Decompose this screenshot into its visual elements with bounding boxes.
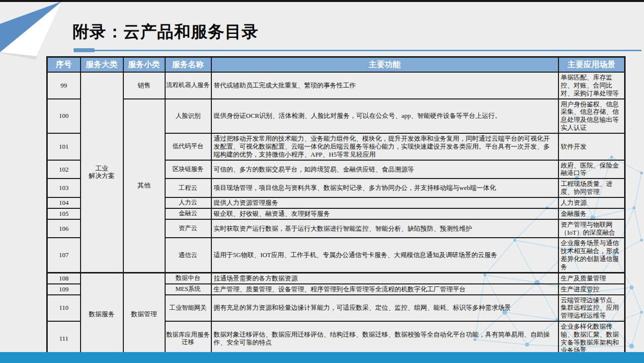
title-underline xyxy=(74,50,642,51)
cell-name: 金融云 xyxy=(165,208,211,219)
table-row: 100其他人脸识别提供身份证OCR识别、活体检测、人脸比对服务，可以在公众号、a… xyxy=(47,99,625,133)
cell-name: 区块链服务 xyxy=(165,160,211,179)
cell-function: 实时获取资产运行数据，基于运行大数据进行智能监控、智能分析、缺陷预防、预测性维护 xyxy=(211,219,558,238)
cell-name: 数据中台 xyxy=(165,272,211,283)
page-title: 附录：云产品和服务目录 xyxy=(73,21,259,43)
cell-name: 数据库应用服务迁移 xyxy=(165,321,211,356)
cell-scenario: 人力资源 xyxy=(558,197,625,208)
cell-no: 102 xyxy=(47,160,81,179)
cell-scenario: 用户身份鉴权、信息采集、信息存储、信息处理及信息输出等实人认证 xyxy=(558,99,625,133)
bottom-accent-bar xyxy=(0,352,644,363)
cell-function: 替代或辅助员工完成大批重复、繁琐的事务性工作 xyxy=(211,72,558,99)
cell-no: 110 xyxy=(47,295,81,322)
paper-plane-decoration xyxy=(0,0,66,62)
cell-function: 银企联、好收银、融资通、友理财等服务 xyxy=(211,208,558,219)
cell-no: 105 xyxy=(47,208,81,219)
cell-function: 可信的、多方的数据交易平台，如跨境贸易、金融供应链、食品溯源等 xyxy=(211,160,558,179)
cell-function: 提供身份证OCR识别、活体检测、人脸比对服务，可以在公众号、app、智能硬件设备… xyxy=(211,99,558,133)
cell-name: 流程机器人服务 xyxy=(165,72,211,99)
cell-name: MES系统 xyxy=(165,284,211,295)
cell-function: 通过把移动开发常用的技术能力、业务能力组件化、模块化，提升开发效率和业务复用，同… xyxy=(211,133,558,160)
cell-scenario: 企业多样化数据传输、数据汇聚、数据灾备等数据库架构和业务场景 xyxy=(558,321,625,356)
cell-no: 109 xyxy=(47,284,81,295)
cell-function: 数据对象迁移评估、数据应用迁移评估、结构迁移、数据迁移、数据校验等全自动化平台功… xyxy=(211,321,558,356)
cell-name: 人脸识别 xyxy=(165,99,211,133)
header-scenario: 主要应用场景 xyxy=(558,57,625,73)
cell-name: 工程云 xyxy=(165,179,211,197)
cell-function: 生产管理、质量管理、设备管理、程序管理到仓库管理等全流程的机数字化工厂管理平台 xyxy=(211,284,558,295)
cell-scenario: 单据匹配、库存监控、对账、合同比对、采购订单处理等 xyxy=(558,72,625,99)
header-name: 服务名称 xyxy=(165,57,211,73)
cell-category: 数据服务 xyxy=(81,272,123,356)
cell-no: 100 xyxy=(47,99,81,133)
cell-function: 适用于5G物联、IOT应用、工作手机、专属办公通信号卡服务、大规模信息通知及调研… xyxy=(211,238,558,272)
cell-subcategory: 数据管理 xyxy=(123,272,165,356)
cell-scenario: 资产管理与物联网（IoT）的深度融合 xyxy=(558,219,625,238)
table-row: 99工业 解决方案销售流程机器人服务替代或辅助员工完成大批重复、繁琐的事务性工作… xyxy=(47,72,625,99)
cell-subcategory: 销售 xyxy=(123,72,165,99)
cell-scenario: 金融服务 xyxy=(558,208,625,219)
cell-function: 提供人力资源管理服务 xyxy=(211,197,558,208)
table-header-row: 序号 服务大类 服务小类 服务名称 主要功能 主要应用场景 xyxy=(47,57,625,73)
service-catalog-table: 序号 服务大类 服务小类 服务名称 主要功能 主要应用场景 99工业 解决方案销… xyxy=(46,56,626,357)
cell-function: 拉通场景需要的各方数据资源 xyxy=(211,272,558,283)
cell-category: 工业 解决方案 xyxy=(81,72,123,272)
header-subcategory: 服务小类 xyxy=(123,57,165,73)
cell-scenario: 政府、医院、保险金融港口等 xyxy=(558,160,625,179)
cell-no: 99 xyxy=(47,72,81,99)
cell-scenario: 企业服务场景与通信技术相互融合，形成差异化的创新通信服务 xyxy=(558,238,625,272)
cell-no: 108 xyxy=(47,272,81,283)
cell-scenario: 生产进度管控 xyxy=(558,284,625,295)
table-row: 108数据服务数据管理数据中台拉通场景需要的各方数据资源生产及质量管理 xyxy=(47,272,625,283)
cell-no: 103 xyxy=(47,179,81,197)
cell-name: 通信云 xyxy=(165,238,211,272)
cell-scenario: 工程现场质量、进度、协同管理 xyxy=(558,179,625,197)
cell-subcategory: 其他 xyxy=(123,99,165,273)
header-category: 服务大类 xyxy=(81,57,123,73)
cell-no: 104 xyxy=(47,197,81,208)
header-no: 序号 xyxy=(47,57,81,73)
header-function: 主要功能 xyxy=(211,57,558,73)
cell-scenario: 云端管理边缘节点、集群远程监控、应用管理远程运维等 xyxy=(558,295,625,322)
cell-name: 低代码平台 xyxy=(165,133,211,160)
cell-scenario: 生产及质量管理 xyxy=(558,272,625,283)
cell-function: 拥有充足的算力资源和轻量边缘计算能力，可适应数采、定位、监控、组网、能耗、标识等… xyxy=(211,295,558,322)
table-body: 99工业 解决方案销售流程机器人服务替代或辅助员工完成大批重复、繁琐的事务性工作… xyxy=(47,72,625,356)
cell-scenario: 软件开发 xyxy=(558,133,625,160)
cell-name: 资产云 xyxy=(165,219,211,238)
cell-no: 107 xyxy=(47,238,81,272)
cell-no: 106 xyxy=(47,219,81,238)
cell-name: 人力云 xyxy=(165,197,211,208)
cell-function: 项目现场管理，项目信息与资料共享、数据实时记录、多方协同办公，并支持移动端与we… xyxy=(211,179,558,197)
cell-no: 111 xyxy=(47,321,81,356)
cell-name: 工业智能网关 xyxy=(165,295,211,322)
cell-no: 101 xyxy=(47,133,81,160)
top-edge-strip xyxy=(0,0,644,2)
